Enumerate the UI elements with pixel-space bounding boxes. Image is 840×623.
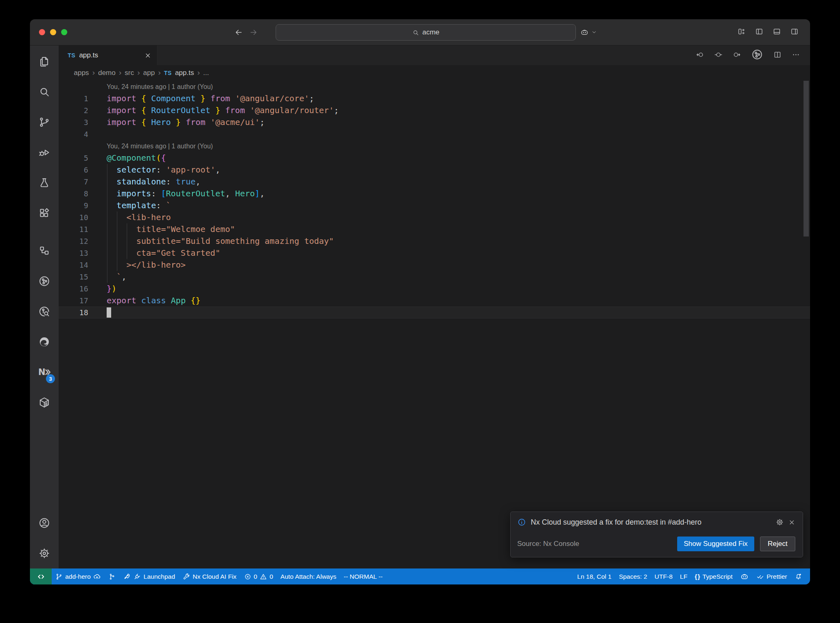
activity-commit-graph-button[interactable]	[30, 266, 59, 296]
toggle-primary-sidebar-button[interactable]	[755, 27, 764, 38]
code-line-3[interactable]: 3import { Hero } from '@acme/ui';	[59, 116, 810, 128]
reject-button[interactable]: Reject	[760, 537, 795, 551]
status-auto-attach[interactable]: Auto Attach: Always	[277, 568, 340, 584]
code-line-6[interactable]: 6 selector: 'app-root',	[59, 164, 810, 176]
status-indentation[interactable]: Spaces: 2	[615, 568, 651, 584]
code-line-16[interactable]: 16})	[59, 283, 810, 295]
forward-arrow-icon[interactable]	[249, 28, 258, 37]
status-eol[interactable]: LF	[676, 568, 691, 584]
editor-action-split[interactable]	[773, 50, 782, 61]
code-line-15[interactable]: 15 `,	[59, 271, 810, 283]
breadcrumb-file[interactable]: app.ts	[175, 69, 194, 77]
status-cursor-position-label: Ln 18, Col 1	[577, 573, 612, 580]
code-line-4[interactable]: 4	[59, 128, 810, 140]
activity-edge-tools-button[interactable]	[30, 327, 59, 357]
activity-graph-search-button[interactable]	[30, 296, 59, 327]
git-blame-annotation[interactable]: You, 24 minutes ago | 1 author (You)	[59, 140, 810, 152]
activity-source-control-button[interactable]	[30, 107, 59, 137]
code-line-5[interactable]: 5@Component({	[59, 152, 810, 164]
code-line-8[interactable]: 8 imports: [RouterOutlet, Hero],	[59, 188, 810, 200]
code-line-10[interactable]: 10 <lib-hero	[59, 211, 810, 223]
activity-testing-button[interactable]	[30, 168, 59, 198]
screenshot-stage: acme N3 TS app.ts apps›demo	[0, 0, 840, 623]
editor-action-commit-graph[interactable]	[751, 48, 763, 62]
toggle-secondary-sidebar-button[interactable]	[790, 27, 799, 38]
code-line-11[interactable]: 11 title="Welcmoe demo"	[59, 223, 810, 235]
status-copilot[interactable]	[736, 568, 753, 584]
toggle-panel-button[interactable]	[772, 27, 781, 38]
show-suggested-fix-button[interactable]: Show Suggested Fix	[677, 537, 754, 551]
editor-action-previous-change[interactable]	[696, 50, 704, 61]
back-arrow-icon[interactable]	[234, 28, 243, 37]
svg-text:N: N	[38, 367, 46, 377]
tab-app-ts[interactable]: TS app.ts	[59, 45, 158, 65]
status-formatter[interactable]: Prettier	[753, 568, 791, 584]
status-branch[interactable]: add-hero	[52, 568, 105, 584]
breadcrumb-item[interactable]: apps	[74, 69, 89, 77]
activity-search-button[interactable]	[30, 77, 59, 107]
status-notifications[interactable]	[791, 568, 806, 584]
code-line-1[interactable]: 1import { Component } from '@angular/cor…	[59, 93, 810, 105]
code-line-18[interactable]: 18	[59, 307, 810, 318]
breadcrumb-item[interactable]: demo	[98, 69, 116, 77]
scrollbar[interactable]	[803, 81, 809, 236]
status-vim-mode[interactable]: -- NORMAL --	[340, 568, 386, 584]
editor-action-change-marker[interactable]	[714, 50, 723, 61]
breadcrumb-item[interactable]: app	[143, 69, 155, 77]
breadcrumb-item[interactable]: src	[125, 69, 134, 77]
settings-gear-icon	[38, 547, 50, 559]
status-eol-label: LF	[680, 573, 687, 580]
activity-run-debug-button[interactable]	[30, 137, 59, 168]
customize-layout-button[interactable]	[737, 27, 746, 38]
code-line-12[interactable]: 12 subtitle="Build something amazing tod…	[59, 235, 810, 247]
code-text: template: `	[88, 200, 171, 211]
notification-settings-gear-icon[interactable]	[776, 518, 784, 526]
editor-action-next-change[interactable]	[733, 50, 741, 61]
zoom-window-button[interactable]	[61, 29, 67, 35]
layout-sidebar-left-icon	[755, 27, 764, 36]
activity-settings-button[interactable]	[30, 538, 59, 568]
status-git-graph[interactable]	[105, 568, 119, 584]
activity-project-view-button[interactable]	[30, 236, 59, 266]
command-center-search[interactable]: acme	[276, 24, 576, 41]
code-line-17[interactable]: 17export class App {}	[59, 295, 810, 307]
code-line-7[interactable]: 7 standalone: true,	[59, 176, 810, 188]
activity-nx-console-button[interactable]: N3	[30, 357, 59, 387]
status-language[interactable]: { }TypeScript	[691, 568, 736, 584]
accounts-icon	[38, 517, 50, 529]
remote-indicator[interactable]	[30, 568, 52, 584]
indent-guide	[107, 164, 107, 283]
status-nx-cloud-ai-fix[interactable]: Nx Cloud AI Fix	[179, 568, 240, 584]
line-number: 11	[59, 223, 88, 235]
code-line-2[interactable]: 2import { RouterOutlet } from '@angular/…	[59, 105, 810, 116]
minimize-window-button[interactable]	[50, 29, 56, 35]
notification-close-icon[interactable]	[788, 519, 795, 526]
search-icon	[412, 29, 419, 36]
activity-containers-button[interactable]	[30, 387, 59, 418]
activity-accounts-button[interactable]	[30, 508, 59, 538]
status-launchpad[interactable]: Launchpad	[119, 568, 179, 584]
bell-dot-icon	[794, 573, 802, 580]
search-value: acme	[422, 28, 440, 36]
git-blame-annotation[interactable]: You, 24 minutes ago | 1 author (You)	[59, 81, 810, 93]
split-editor-icon	[773, 50, 782, 59]
code-line-9[interactable]: 9 template: `	[59, 200, 810, 211]
code-text: ></lib-hero>	[88, 259, 186, 271]
status-encoding[interactable]: UTF-8	[651, 568, 676, 584]
activity-extensions-button[interactable]	[30, 198, 59, 228]
close-tab-icon[interactable]	[144, 52, 151, 59]
breadcrumb-overflow[interactable]: ...	[203, 69, 209, 77]
copilot-menu[interactable]	[580, 19, 597, 45]
status-problems[interactable]: 00	[240, 568, 277, 584]
code-editor[interactable]: You, 24 minutes ago | 1 author (You)1imp…	[59, 81, 810, 568]
code-line-14[interactable]: 14 ></lib-hero>	[59, 259, 810, 271]
code-text: })	[88, 283, 116, 295]
activity-explorer-button[interactable]	[30, 46, 59, 77]
edge-tools-icon	[38, 336, 50, 348]
code-line-13[interactable]: 13 cta="Get Started"	[59, 247, 810, 259]
status-cursor-position[interactable]: Ln 18, Col 1	[573, 568, 615, 584]
chevron-down-icon	[591, 29, 597, 35]
editor-action-more[interactable]	[792, 50, 800, 61]
code-text: imports: [RouterOutlet, Hero],	[88, 188, 265, 200]
close-window-button[interactable]	[39, 29, 45, 35]
